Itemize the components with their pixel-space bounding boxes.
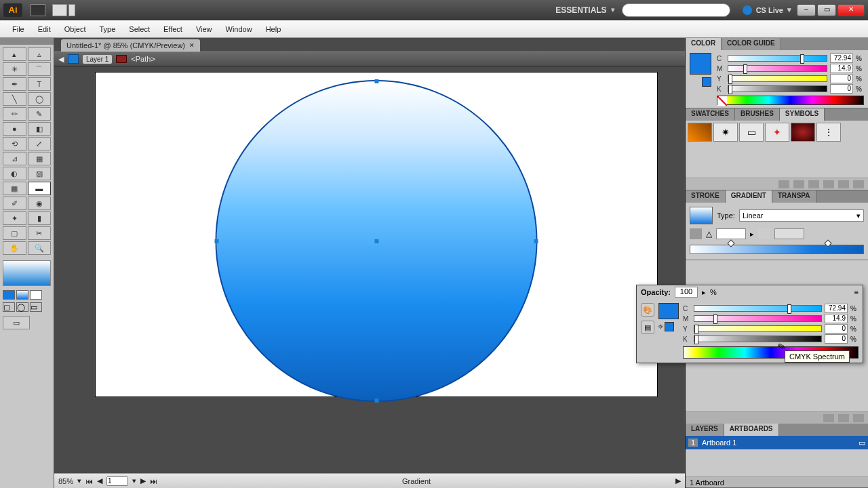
nav-last-icon[interactable]: ⏭ <box>150 477 157 485</box>
minimize-button[interactable]: – <box>797 4 816 16</box>
fill-color-swatch[interactable] <box>690 53 711 75</box>
nav-first-icon[interactable]: ⏮ <box>85 477 93 485</box>
nav-prev-icon[interactable]: ◀ <box>97 476 102 485</box>
symbol-sprayer-tool[interactable]: ✦ <box>3 211 26 225</box>
gradient-aspect-icon[interactable] <box>758 228 770 239</box>
screen-mode-normal[interactable]: ▢ <box>3 302 15 312</box>
popup-y-value[interactable]: 0 <box>825 324 848 333</box>
symbol-splat[interactable]: ✷ <box>713 123 738 142</box>
zoom-tool[interactable]: 🔍 <box>28 241 52 255</box>
paintbrush-tool[interactable]: ✏ <box>3 107 26 121</box>
popup-link-icon[interactable]: ⎆ <box>658 322 663 331</box>
gradient-type-dropdown[interactable]: Linear ▾ <box>739 209 864 222</box>
eyedropper-tool[interactable]: ✐ <box>3 197 26 210</box>
breadcrumb-back-icon[interactable]: ◀ <box>58 55 64 64</box>
arrange-documents[interactable] <box>51 4 75 16</box>
symbol-fox[interactable]: ✦ <box>765 123 789 142</box>
blend-tool[interactable]: ◉ <box>28 197 52 210</box>
none-mode-btn[interactable] <box>30 290 42 300</box>
menu-edit[interactable]: Edit <box>31 22 58 36</box>
popup-c-slider[interactable] <box>694 305 822 312</box>
symbol-lib-icon[interactable] <box>778 180 789 188</box>
popup-stroke-swatch[interactable] <box>665 322 674 331</box>
line-tool[interactable]: ╲ <box>3 92 26 106</box>
artboard-orient-icon[interactable]: ▭ <box>859 439 865 447</box>
appearance-new-icon[interactable] <box>823 414 834 422</box>
artboard-row[interactable]: 1 Artboard 1 ▭ <box>686 436 868 449</box>
menu-window[interactable]: Window <box>219 22 259 36</box>
popup-y-slider[interactable] <box>694 325 822 332</box>
close-tab-icon[interactable]: ✕ <box>189 42 195 49</box>
tab-artboards[interactable]: ARTBOARDS <box>724 424 779 436</box>
bridge-button[interactable] <box>29 4 45 16</box>
color-models-icon[interactable]: 🎨 <box>641 303 654 317</box>
tab-swatches[interactable]: SWATCHES <box>686 108 735 121</box>
c-slider[interactable] <box>728 55 827 62</box>
eraser-tool[interactable]: ◧ <box>28 122 52 136</box>
popup-m-value[interactable]: 14.9 <box>825 314 848 323</box>
graph-tool[interactable]: ▮ <box>28 211 52 225</box>
symbol-break-icon[interactable] <box>808 180 819 188</box>
gradient-aspect-field[interactable] <box>774 228 804 239</box>
y-slider[interactable] <box>728 75 827 82</box>
scale-tool[interactable]: ⤢ <box>28 137 52 150</box>
appearance-dup-icon[interactable] <box>838 414 849 422</box>
gradient-reverse-icon[interactable] <box>690 228 702 239</box>
menu-type[interactable]: Type <box>93 22 123 36</box>
document-tab[interactable]: Untitled-1* @ 85% (CMYK/Preview) ✕ <box>61 39 200 52</box>
opacity-stepper-icon[interactable]: ▸ <box>702 288 706 297</box>
screen-mode-present[interactable]: ▭ <box>30 302 42 312</box>
cs-live-button[interactable]: CS Live ▾ <box>743 5 791 15</box>
type-tool[interactable]: T <box>28 77 52 91</box>
symbol-misc[interactable]: ⋮ <box>816 123 841 142</box>
popup-c-value[interactable]: 72.94 <box>825 304 848 313</box>
symbol-cube[interactable] <box>688 123 712 142</box>
search-input[interactable] <box>622 3 730 17</box>
popup-k-value[interactable]: 0 <box>825 334 848 344</box>
gradient-angle-field[interactable] <box>716 228 746 239</box>
free-transform-tool[interactable]: ▦ <box>28 152 52 165</box>
c-value[interactable]: 72.94 <box>830 54 853 63</box>
pencil-tool[interactable]: ✎ <box>28 107 52 121</box>
menu-effect[interactable]: Effect <box>157 22 189 36</box>
artboard-tool[interactable]: ▢ <box>3 226 26 240</box>
gradient-midpoint-left[interactable] <box>727 239 734 247</box>
artboard-nav-field[interactable] <box>106 476 128 486</box>
stroke-color-swatch[interactable] <box>702 77 711 87</box>
gradient-ramp[interactable] <box>690 245 864 254</box>
fill-stroke-swatch[interactable] <box>3 260 51 286</box>
gradient-midpoint-right[interactable] <box>824 239 831 247</box>
symbol-place-icon[interactable] <box>793 180 804 188</box>
menu-object[interactable]: Object <box>58 22 93 36</box>
zoom-level[interactable]: 85% <box>58 477 73 485</box>
gradient-circle[interactable] <box>216 80 538 402</box>
breadcrumb-layer[interactable]: Layer 1 <box>83 55 112 64</box>
artboard[interactable] <box>95 72 658 397</box>
color-spectrum[interactable] <box>717 96 864 105</box>
tab-symbols[interactable]: SYMBOLS <box>780 108 825 121</box>
appearance-del-icon[interactable] <box>853 414 864 422</box>
tab-transparency[interactable]: TRANSPA <box>772 190 816 203</box>
screen-mode-cycle[interactable]: ▭ <box>3 316 30 329</box>
screen-mode-full[interactable]: ◯ <box>16 302 28 312</box>
canvas[interactable] <box>54 66 685 473</box>
k-slider[interactable] <box>728 85 827 92</box>
width-tool[interactable]: ⊿ <box>3 152 26 165</box>
menu-select[interactable]: Select <box>122 22 157 36</box>
shape-builder-tool[interactable]: ◐ <box>3 167 26 180</box>
anchor-top[interactable] <box>374 79 378 83</box>
tab-layers[interactable]: LAYERS <box>686 424 724 436</box>
popup-fill-swatch[interactable] <box>658 303 679 319</box>
m-slider[interactable] <box>728 65 827 72</box>
anchor-left[interactable] <box>215 239 219 243</box>
symbol-frame[interactable]: ▭ <box>739 123 764 142</box>
gradient-preview[interactable] <box>690 207 713 224</box>
tab-stroke[interactable]: STROKE <box>686 190 726 203</box>
popup-m-slider[interactable] <box>694 315 822 322</box>
y-value[interactable]: 0 <box>830 74 853 83</box>
tab-color[interactable]: COLOR <box>686 38 722 50</box>
workspace-switcher[interactable]: ESSENTIALS <box>555 5 606 15</box>
k-value[interactable]: 0 <box>830 84 853 94</box>
zoom-dropdown-icon[interactable]: ▾ <box>77 476 81 485</box>
rotate-tool[interactable]: ⟲ <box>3 137 26 150</box>
